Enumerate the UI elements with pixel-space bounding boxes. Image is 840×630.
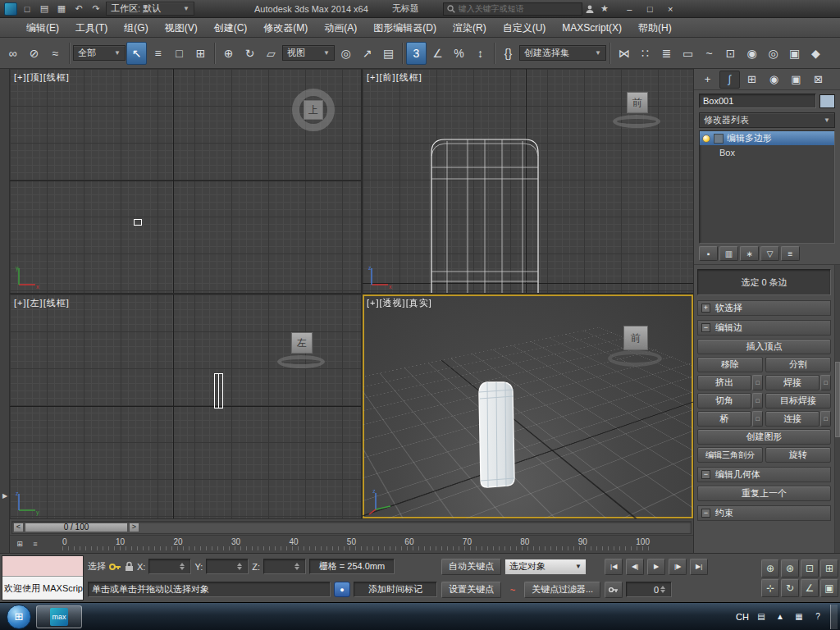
time-slider-handle[interactable]: 0 / 100 — [25, 523, 128, 532]
next-frame-button[interactable]: |▶ — [669, 559, 687, 575]
viewcube[interactable]: 前 — [606, 326, 665, 368]
ribbon-toggle-icon[interactable]: ▭ — [678, 42, 698, 65]
window-crossing-icon[interactable]: ⊞ — [190, 42, 211, 65]
select-and-move-icon[interactable]: ⊕ — [218, 42, 239, 65]
viewcube[interactable]: 前 — [611, 92, 664, 130]
scrollbar-thumb[interactable] — [835, 362, 840, 437]
save-file-icon[interactable]: ▦ — [54, 2, 69, 16]
key-filters-button[interactable]: 关键点过滤器... — [524, 582, 600, 598]
menu-views[interactable]: 视图(V) — [157, 18, 206, 38]
chamfer-button[interactable]: 切角 — [697, 393, 751, 409]
collapse-icon[interactable]: − — [701, 509, 710, 518]
display-tab-icon[interactable]: ▣ — [786, 71, 806, 89]
current-frame-field[interactable]: 0 — [626, 582, 672, 597]
tray-help-icon[interactable]: ? — [811, 610, 824, 623]
tray-network-icon[interactable]: ▦ — [792, 610, 806, 623]
rollout-constraints[interactable]: − 约束 — [697, 505, 831, 521]
select-and-rotate-icon[interactable]: ↻ — [240, 42, 260, 65]
turn-button[interactable]: 旋转 — [765, 447, 831, 463]
undo-icon[interactable]: ↶ — [71, 2, 86, 16]
redo-icon[interactable]: ↷ — [89, 2, 103, 16]
selection-lock-icon[interactable] — [125, 561, 134, 572]
minimize-button[interactable]: – — [619, 2, 640, 16]
go-to-end-button[interactable]: ▶| — [690, 559, 708, 575]
select-and-manipulate-icon[interactable]: ↗ — [357, 42, 377, 65]
maxscript-mini-listener[interactable]: 欢迎使用 MAXScript — [2, 555, 84, 600]
rollout-edit-geometry[interactable]: − 编辑几何体 — [697, 467, 831, 482]
menu-modifiers[interactable]: 修改器(M) — [255, 18, 316, 38]
sign-in-icon[interactable] — [585, 4, 595, 14]
object-color-swatch[interactable] — [819, 94, 835, 108]
key-mode-toggle-button[interactable] — [605, 582, 623, 598]
app-menu-icon[interactable] — [4, 2, 17, 16]
bridge-settings-button[interactable]: □ — [752, 411, 763, 427]
go-to-start-button[interactable]: |◀ — [605, 559, 623, 575]
connect-button[interactable]: 连接 — [765, 411, 819, 427]
align-icon[interactable]: ∷ — [635, 42, 655, 65]
close-button[interactable]: × — [660, 2, 681, 16]
new-scene-icon[interactable]: □ — [20, 2, 34, 16]
menu-animation[interactable]: 动画(A) — [316, 18, 365, 38]
workspace-dropdown[interactable]: 工作区: 默认 ▼ — [106, 2, 194, 16]
viewport-top-label[interactable]: [+][顶][线框] — [14, 71, 70, 84]
render-production-icon[interactable]: ◆ — [806, 42, 826, 65]
edit-triangulation-button[interactable]: 编辑三角剖分 — [697, 447, 763, 463]
viewport-layout-arrow[interactable]: ▶ — [1, 491, 9, 500]
auto-key-button[interactable]: 自动关键点 — [441, 559, 501, 575]
zoom-icon[interactable]: ⊕ — [761, 559, 779, 578]
zoom-region-icon[interactable]: ⊞ — [820, 559, 838, 578]
connect-settings-button[interactable]: □ — [820, 411, 831, 427]
viewport-front-label[interactable]: [+][前][线框] — [367, 71, 422, 84]
mini-curve-editor-icon[interactable]: ⊞ — [13, 538, 26, 550]
field-of-view-icon[interactable]: ∠ — [801, 579, 819, 597]
schematic-view-icon[interactable]: ⊡ — [720, 42, 741, 65]
menu-create[interactable]: 创建(C) — [206, 18, 256, 38]
insert-vertex-button[interactable]: 插入顶点 — [697, 339, 831, 354]
default-tangent-icon[interactable]: ~ — [504, 582, 521, 598]
maximize-button[interactable]: □ — [640, 2, 660, 16]
command-panel-scrollbar[interactable] — [834, 265, 840, 553]
chamfer-settings-button[interactable]: □ — [752, 393, 763, 409]
create-tab-icon[interactable]: + — [697, 71, 718, 89]
edit-named-selections-icon[interactable]: {} — [498, 42, 518, 65]
favorites-icon[interactable]: ★ — [597, 2, 612, 16]
make-unique-icon[interactable]: ∗ — [740, 246, 759, 261]
utilities-tab-icon[interactable]: ⊠ — [808, 71, 829, 89]
taskbar-item-3dsmax[interactable]: max — [36, 605, 82, 628]
viewcube-face[interactable]: 左 — [291, 332, 313, 354]
object-name-field[interactable]: Box001 — [699, 94, 816, 108]
z-coordinate-field[interactable] — [263, 559, 306, 574]
pan-icon[interactable]: ⊹ — [761, 579, 779, 597]
set-key-button[interactable]: 设置关键点 — [441, 582, 501, 598]
box-object-top-view[interactable] — [134, 219, 142, 226]
modify-tab-icon[interactable]: ∫ — [719, 71, 740, 89]
named-selection-dropdown[interactable]: 创建选择集 ▼ — [519, 45, 606, 61]
repeat-last-button[interactable]: 重复上一个 — [697, 486, 831, 501]
select-and-link-icon[interactable]: ∞ — [2, 42, 23, 65]
reference-coordinate-dropdown[interactable]: 视图 ▼ — [282, 45, 335, 61]
snap-toggle-icon[interactable]: 3 — [406, 42, 427, 65]
target-weld-button[interactable]: 目标焊接 — [765, 393, 831, 409]
modifier-enable-bulb-icon[interactable] — [702, 135, 710, 143]
show-desktop-button[interactable] — [830, 605, 838, 629]
rollout-soft-selection[interactable]: + 软选择 — [697, 300, 831, 316]
configure-modifier-sets-icon[interactable]: ≡ — [781, 246, 800, 261]
orbit-icon[interactable]: ↻ — [781, 579, 799, 597]
viewport-left-label[interactable]: [+][左][线框] — [14, 297, 70, 309]
modifier-stack[interactable]: 编辑多边形 Box — [699, 130, 835, 244]
menu-edit[interactable]: 编辑(E) — [18, 18, 67, 38]
viewport-top[interactable]: [+][顶][线框] 上 y x — [10, 69, 361, 293]
y-coordinate-field[interactable] — [206, 559, 249, 574]
modifier-stack-item-box[interactable]: Box — [700, 145, 834, 159]
help-search-box[interactable] — [443, 2, 582, 16]
motion-tab-icon[interactable]: ◉ — [764, 71, 784, 89]
selection-filter-dropdown[interactable]: 全部 ▼ — [73, 45, 126, 61]
open-file-icon[interactable]: ▤ — [37, 2, 52, 16]
bridge-button[interactable]: 桥 — [697, 411, 751, 427]
x-coordinate-field[interactable] — [148, 559, 191, 574]
collapse-icon[interactable]: − — [701, 323, 710, 332]
add-time-tag[interactable]: 添加时间标记 — [354, 582, 437, 597]
maximize-viewport-icon[interactable]: ▣ — [820, 579, 838, 597]
menu-maxscript[interactable]: MAXScript(X) — [554, 18, 630, 38]
curve-editor-icon[interactable]: ~ — [699, 42, 719, 65]
